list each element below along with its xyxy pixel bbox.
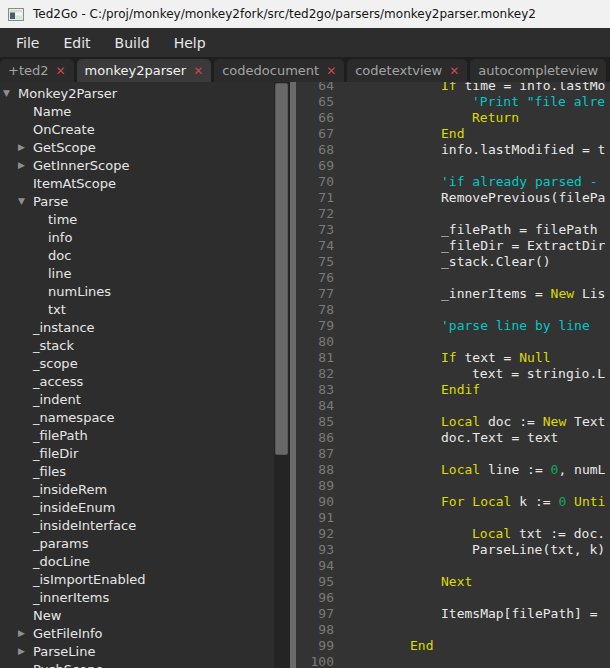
tree-item-_isImportEnabled[interactable]: _isImportEnabled — [0, 570, 274, 588]
code-line-71[interactable]: 71RemovePrevious(filePa — [296, 190, 610, 206]
code-line-72[interactable]: 72 — [296, 206, 610, 222]
code-line-91[interactable]: 91 — [296, 510, 610, 526]
code-line-65[interactable]: 65'Print "file alre — [296, 94, 610, 110]
menu-help[interactable]: Help — [162, 35, 218, 51]
tree-item-GetInnerScope[interactable]: ▶GetInnerScope — [0, 156, 274, 174]
code-line-79[interactable]: 79'parse line by line — [296, 318, 610, 334]
line-number: 91 — [296, 510, 348, 526]
tree-item-GetScope[interactable]: ▶GetScope — [0, 138, 274, 156]
tab-close-icon[interactable]: ✕ — [326, 64, 336, 78]
tree-scrollbar-thumb[interactable] — [275, 83, 288, 455]
code-line-92[interactable]: 92Local txt := doc. — [296, 526, 610, 542]
code-line-84[interactable]: 84 — [296, 398, 610, 414]
code-segment: Local — [472, 526, 511, 541]
code-line-90[interactable]: 90For Local k := 0 Unti — [296, 494, 610, 510]
code-line-68[interactable]: 68info.lastModified = t — [296, 142, 610, 158]
code-line-69[interactable]: 69 — [296, 158, 610, 174]
code-line-86[interactable]: 86doc.Text = text — [296, 430, 610, 446]
code-line-66[interactable]: 66Return — [296, 110, 610, 126]
tree-item-GetFileInfo[interactable]: ▶GetFileInfo — [0, 624, 274, 642]
code-editor[interactable]: 64If time = info.lastMo65'Print "file al… — [296, 82, 610, 668]
line-number: 65 — [296, 94, 348, 110]
tree-item-_insideRem[interactable]: _insideRem — [0, 480, 274, 498]
code-line-82[interactable]: 82text = stringio.L — [296, 366, 610, 382]
collapse-arrow-icon[interactable]: ▼ — [3, 88, 18, 98]
code-line-78[interactable]: 78 — [296, 302, 610, 318]
tree-item-Monkey2Parser[interactable]: ▼Monkey2Parser — [0, 84, 274, 102]
expand-arrow-icon[interactable]: ▶ — [18, 160, 33, 170]
tree-item-_access[interactable]: _access — [0, 372, 274, 390]
tree-item-_instance[interactable]: _instance — [0, 318, 274, 336]
tree-item-_docLine[interactable]: _docLine — [0, 552, 274, 570]
tree-item-_namespace[interactable]: _namespace — [0, 408, 274, 426]
code-line-73[interactable]: 73_filePath = filePath — [296, 222, 610, 238]
code-line-98[interactable]: 98 — [296, 622, 610, 638]
tree-item-_scope[interactable]: _scope — [0, 354, 274, 372]
tree-item-label: txt — [48, 302, 66, 317]
menu-build[interactable]: Build — [103, 35, 162, 51]
menu-file[interactable]: File — [4, 35, 51, 51]
tree-item-_insideEnum[interactable]: _insideEnum — [0, 498, 274, 516]
tree-item-numLines[interactable]: numLines — [0, 282, 274, 300]
code-line-64[interactable]: 64If time = info.lastMo — [296, 82, 610, 94]
tree-item-Name[interactable]: Name — [0, 102, 274, 120]
code-segment: Local — [472, 494, 511, 509]
line-number: 90 — [296, 494, 348, 510]
code-line-89[interactable]: 89 — [296, 478, 610, 494]
tab-codedocument[interactable]: codedocument✕ — [214, 59, 344, 82]
code-text: Endif — [441, 382, 480, 398]
tab-close-icon[interactable]: ✕ — [56, 64, 66, 78]
code-line-70[interactable]: 70'if already parsed - — [296, 174, 610, 190]
tab-close-icon[interactable]: ✕ — [193, 64, 203, 78]
code-line-95[interactable]: 95Next — [296, 574, 610, 590]
code-line-93[interactable]: 93ParseLine(txt, k) — [296, 542, 610, 558]
code-line-100[interactable]: 100 — [296, 654, 610, 668]
tree-item-ParseLine[interactable]: ▶ParseLine — [0, 642, 274, 660]
tab-autocompleteview[interactable]: autocompleteview — [470, 59, 606, 82]
code-line-67[interactable]: 67End — [296, 126, 610, 142]
code-line-81[interactable]: 81If text = Null — [296, 350, 610, 366]
expand-arrow-icon[interactable]: ▶ — [18, 628, 33, 638]
tree-item-OnCreate[interactable]: OnCreate — [0, 120, 274, 138]
code-line-88[interactable]: 88Local line := 0, numL — [296, 462, 610, 478]
collapse-arrow-icon[interactable]: ▼ — [18, 196, 33, 206]
tab-ted2[interactable]: +ted2✕ — [0, 59, 74, 82]
code-segment: time = info.lastMo — [457, 82, 606, 93]
tab-codetextview[interactable]: codetextview✕ — [347, 59, 467, 82]
code-line-99[interactable]: 99End — [296, 638, 610, 654]
code-line-97[interactable]: 97ItemsMap[filePath] = — [296, 606, 610, 622]
tree-item-_params[interactable]: _params — [0, 534, 274, 552]
tree-item-ItemAtScope[interactable]: ItemAtScope — [0, 174, 274, 192]
tree-item-info[interactable]: info — [0, 228, 274, 246]
tree-item-_indent[interactable]: _indent — [0, 390, 274, 408]
code-line-96[interactable]: 96 — [296, 590, 610, 606]
code-line-94[interactable]: 94 — [296, 558, 610, 574]
tree-scrollbar[interactable] — [274, 82, 290, 668]
code-line-77[interactable]: 77_innerItems = New Lis — [296, 286, 610, 302]
tree-item-_files[interactable]: _files — [0, 462, 274, 480]
tab-monkey2parser[interactable]: monkey2parser✕ — [77, 59, 212, 82]
tree-item-PushScope[interactable]: PushScope — [0, 660, 274, 668]
code-line-75[interactable]: 75_stack.Clear() — [296, 254, 610, 270]
tree-item-_innerItems[interactable]: _innerItems — [0, 588, 274, 606]
code-line-76[interactable]: 76 — [296, 270, 610, 286]
tree-item-_insideInterface[interactable]: _insideInterface — [0, 516, 274, 534]
tree-item-_fileDir[interactable]: _fileDir — [0, 444, 274, 462]
tree-item-_filePath[interactable]: _filePath — [0, 426, 274, 444]
tree-item-line[interactable]: line — [0, 264, 274, 282]
code-line-85[interactable]: 85Local doc := New Text — [296, 414, 610, 430]
expand-arrow-icon[interactable]: ▶ — [18, 646, 33, 656]
tree-item-_stack[interactable]: _stack — [0, 336, 274, 354]
tree-item-New[interactable]: New — [0, 606, 274, 624]
tree-item-txt[interactable]: txt — [0, 300, 274, 318]
code-line-87[interactable]: 87 — [296, 446, 610, 462]
tree-item-doc[interactable]: doc — [0, 246, 274, 264]
tab-close-icon[interactable]: ✕ — [449, 64, 459, 78]
expand-arrow-icon[interactable]: ▶ — [18, 142, 33, 152]
code-line-80[interactable]: 80 — [296, 334, 610, 350]
tree-item-time[interactable]: time — [0, 210, 274, 228]
code-line-83[interactable]: 83Endif — [296, 382, 610, 398]
code-line-74[interactable]: 74_fileDir = ExtractDir — [296, 238, 610, 254]
menu-edit[interactable]: Edit — [51, 35, 102, 51]
tree-item-Parse[interactable]: ▼Parse — [0, 192, 274, 210]
